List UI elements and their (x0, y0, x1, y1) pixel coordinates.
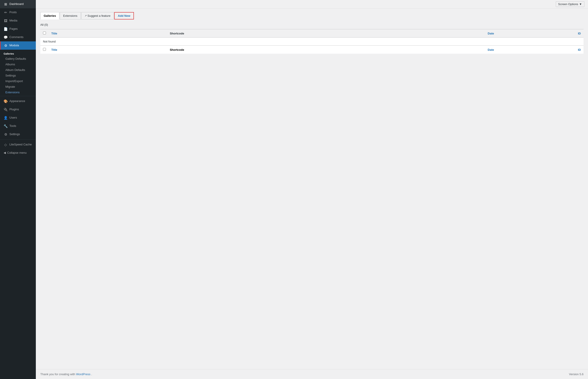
sidebar-item-settings[interactable]: Settings (0, 73, 36, 78)
sidebar-item-label: Modula (9, 43, 19, 47)
comments-icon: 💬 (4, 35, 8, 40)
sidebar-item-label: Comments (9, 35, 23, 39)
sidebar: ⊞ Dashboard ✏ Posts 🖼 Media 📄 Pages 💬 Co… (0, 0, 36, 379)
tab-suggest-feature[interactable]: ↗ Suggest a feature (81, 12, 114, 19)
sidebar-item-label: Plugins (9, 107, 19, 111)
tab-add-new[interactable]: Add New (114, 12, 134, 19)
tools-icon: 🔧 (4, 124, 8, 128)
table-footer-row: Title Shortcode Date ID (40, 46, 584, 54)
sidebar-item-extensions[interactable]: Extensions (0, 90, 36, 95)
nav-tabs: Galleries Extensions ↗ Suggest a feature… (40, 12, 584, 19)
sidebar-item-label: Posts (9, 10, 17, 14)
sidebar-item-pages[interactable]: 📄 Pages (0, 25, 36, 33)
select-all-checkbox[interactable] (43, 32, 46, 34)
empty-message: Not found (40, 38, 584, 46)
sidebar-item-migrate[interactable]: Migrate (0, 84, 36, 90)
active-indicator (0, 41, 1, 50)
sidebar-divider (0, 96, 36, 96)
sidebar-item-appearance[interactable]: 🎨 Appearance (0, 97, 36, 105)
sidebar-item-litespeed[interactable]: ◇ LiteSpeed Cache (0, 141, 36, 149)
filter-all-label: All (40, 23, 43, 26)
sidebar-item-album-defaults[interactable]: Album Defaults (0, 67, 36, 73)
galleries-section-label: Galleries (0, 50, 36, 56)
filter-count: (0) (44, 23, 48, 26)
footer-left: Thank you for creating with WordPress . (40, 373, 92, 376)
collapse-icon: ◀ (4, 151, 6, 154)
tab-extensions[interactable]: Extensions (60, 12, 81, 19)
footer-period: . (91, 373, 92, 376)
tab-galleries[interactable]: Galleries (40, 12, 59, 19)
appearance-icon: 🎨 (4, 99, 8, 104)
sidebar-item-comments[interactable]: 💬 Comments (0, 33, 36, 41)
sidebar-item-gallery-defaults[interactable]: Gallery Defaults (0, 56, 36, 62)
footer-version: Version 5.6 (569, 373, 584, 376)
sidebar-item-dashboard[interactable]: ⊞ Dashboard (0, 0, 36, 8)
select-all-checkbox-bottom[interactable] (43, 48, 46, 51)
th-checkbox (40, 29, 49, 38)
sidebar-divider-2 (0, 139, 36, 140)
dashboard-icon: ⊞ (4, 2, 8, 6)
collapse-menu-button[interactable]: ◀ Collapse menu (0, 149, 36, 157)
sidebar-item-label: LiteSpeed Cache (9, 142, 32, 146)
sidebar-item-label: Media (9, 18, 17, 23)
th-shortcode: Shortcode (167, 29, 374, 38)
footer-thank-you: Thank you for creating with (40, 373, 75, 376)
sidebar-item-label: Settings (9, 132, 20, 136)
tfoot-title[interactable]: Title (49, 46, 167, 54)
sidebar-item-label: Appearance (9, 99, 25, 103)
tfoot-date[interactable]: Date (374, 46, 497, 54)
th-title[interactable]: Title (49, 29, 167, 38)
galleries-submenu: Galleries Gallery Defaults Albums Album … (0, 50, 36, 95)
content-area: Galleries Extensions ↗ Suggest a feature… (36, 9, 588, 369)
screen-options-button[interactable]: Screen Options ▼ (556, 1, 584, 7)
galleries-table: Title Shortcode Date ID Not found (40, 29, 584, 54)
pages-icon: 📄 (4, 27, 8, 31)
external-link-icon: ↗ (85, 14, 87, 17)
litespeed-icon: ◇ (4, 142, 8, 147)
table-row-empty: Not found (40, 38, 584, 46)
tfoot-shortcode: Shortcode (167, 46, 374, 54)
footer-bar: Thank you for creating with WordPress . … (36, 369, 588, 379)
tfoot-checkbox (40, 46, 49, 54)
users-icon: 👤 (4, 115, 8, 120)
sidebar-item-plugins[interactable]: 🔌 Plugins (0, 105, 36, 114)
sidebar-item-tools[interactable]: 🔧 Tools (0, 122, 36, 130)
collapse-label: Collapse menu (7, 151, 27, 154)
sidebar-item-label: Tools (9, 124, 16, 128)
modula-icon: ⚙ (4, 43, 8, 48)
table-header: Title Shortcode Date ID (40, 29, 584, 38)
plugins-icon: 🔌 (4, 107, 8, 112)
chevron-down-icon: ▼ (579, 2, 582, 6)
tfoot-id[interactable]: ID (497, 46, 584, 54)
sidebar-item-media[interactable]: 🖼 Media (0, 16, 36, 25)
filter-bar: All (0) (40, 23, 584, 26)
table-body: Not found (40, 38, 584, 46)
main-content: Screen Options ▼ Galleries Extensions ↗ … (36, 0, 588, 379)
top-bar: Screen Options ▼ (36, 0, 588, 9)
sidebar-item-label: Pages (9, 27, 18, 31)
table-footer: Title Shortcode Date ID (40, 46, 584, 54)
sidebar-item-albums[interactable]: Albums (0, 62, 36, 67)
sidebar-item-modula[interactable]: ⚙ Modula (0, 41, 36, 50)
sidebar-item-settings-main[interactable]: ⚙ Settings (0, 130, 36, 139)
sidebar-item-import-export[interactable]: Import/Export (0, 78, 36, 84)
sidebar-item-users[interactable]: 👤 Users (0, 114, 36, 122)
media-icon: 🖼 (4, 18, 8, 23)
table-header-row: Title Shortcode Date ID (40, 29, 584, 38)
th-date[interactable]: Date (374, 29, 497, 38)
settings-icon: ⚙ (4, 132, 8, 137)
screen-options-label: Screen Options (558, 2, 578, 6)
wordpress-link[interactable]: WordPress (76, 373, 91, 376)
sidebar-item-label: Dashboard (9, 2, 24, 6)
sidebar-item-label: Users (9, 116, 17, 120)
posts-icon: ✏ (4, 10, 8, 15)
sidebar-item-posts[interactable]: ✏ Posts (0, 8, 36, 16)
th-id[interactable]: ID (497, 29, 584, 38)
